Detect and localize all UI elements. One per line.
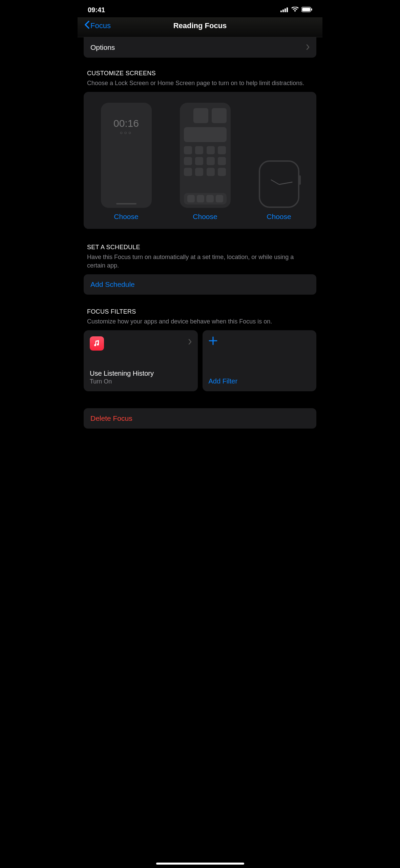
- options-label: Options: [90, 43, 115, 52]
- svg-rect-0: [280, 11, 282, 12]
- add-filter-label: Add Filter: [209, 377, 311, 385]
- svg-rect-1: [282, 9, 284, 12]
- status-bar: 09:41: [78, 0, 322, 17]
- filters-row: Use Listening History Turn On Add Filter: [84, 330, 316, 391]
- schedule-subtext: Have this Focus turn on automatically at…: [87, 253, 313, 270]
- signal-icon: [280, 6, 289, 14]
- lock-dots-icon: ○○○: [101, 130, 152, 135]
- choose-home-button[interactable]: Choose: [193, 213, 217, 221]
- back-label: Focus: [90, 21, 111, 30]
- status-right: [280, 6, 312, 14]
- home-screen-col: Choose: [180, 103, 231, 221]
- svg-rect-6: [311, 8, 312, 11]
- filters-subtext: Customize how your apps and device behav…: [87, 317, 313, 326]
- wifi-icon: [291, 6, 299, 14]
- filters-header: Focus Filters: [87, 308, 313, 315]
- choose-watch-button[interactable]: Choose: [267, 213, 291, 221]
- back-button[interactable]: Focus: [84, 21, 111, 31]
- options-row[interactable]: Options: [84, 37, 316, 58]
- delete-focus-button[interactable]: Delete Focus: [84, 408, 316, 429]
- music-filter-card[interactable]: Use Listening History Turn On: [84, 330, 198, 391]
- plus-icon: [209, 336, 311, 347]
- nav-bar: Focus Reading Focus: [78, 17, 322, 37]
- watch-preview[interactable]: [259, 160, 299, 208]
- music-filter-title: Use Listening History: [90, 370, 192, 377]
- home-screen-preview[interactable]: [180, 103, 231, 208]
- chevron-left-icon: [84, 21, 90, 31]
- chevron-right-icon: [188, 338, 192, 346]
- lock-time: 00:16: [101, 118, 152, 129]
- add-schedule-button[interactable]: Add Schedule: [84, 274, 316, 295]
- add-filter-card[interactable]: Add Filter: [203, 330, 317, 391]
- music-icon: [90, 336, 104, 351]
- status-time: 09:41: [88, 6, 105, 14]
- customize-subtext: Choose a Lock Screen or Home Screen page…: [87, 79, 313, 87]
- lock-screen-preview[interactable]: 00:16 ○○○: [101, 103, 152, 208]
- svg-rect-5: [302, 8, 310, 11]
- customize-card: 00:16 ○○○ Choose Choose: [84, 92, 316, 229]
- lock-screen-col: 00:16 ○○○ Choose: [101, 103, 152, 221]
- music-filter-sub: Turn On: [90, 378, 192, 385]
- home-indicator-icon: [116, 203, 136, 204]
- chevron-right-icon: [306, 44, 310, 52]
- page-title: Reading Focus: [173, 21, 227, 30]
- svg-rect-2: [285, 8, 286, 12]
- choose-lock-button[interactable]: Choose: [114, 213, 138, 221]
- watch-col: Choose: [259, 160, 299, 221]
- customize-header: Customize Screens: [87, 70, 313, 77]
- svg-rect-3: [287, 7, 288, 12]
- schedule-header: Set a Schedule: [87, 244, 313, 251]
- battery-icon: [301, 6, 312, 14]
